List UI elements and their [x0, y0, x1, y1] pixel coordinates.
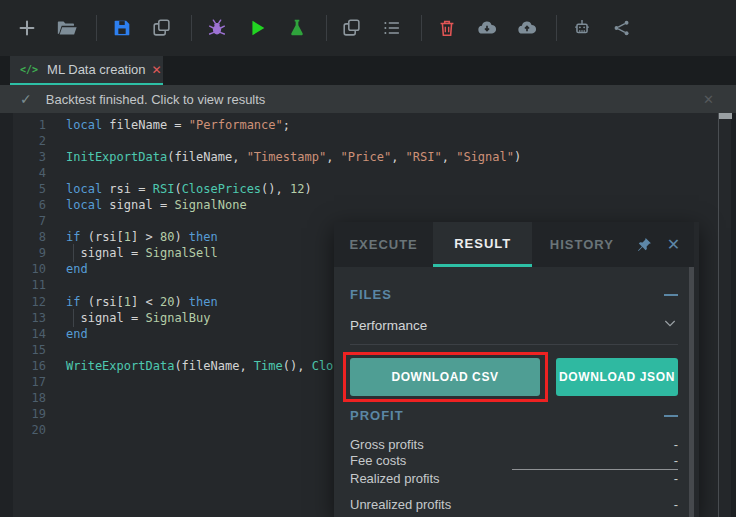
profit-section-header: PROFIT — [350, 408, 678, 423]
plus-icon — [16, 17, 38, 39]
line-number: 9 — [0, 246, 46, 260]
copy-icon — [341, 17, 363, 39]
toolbar-separator — [556, 15, 557, 41]
profit-row-value: - — [674, 471, 678, 487]
panel-tab-history[interactable]: HISTORY — [532, 222, 631, 267]
flask-icon — [286, 17, 308, 39]
code-text: local signal = SignalNone — [66, 198, 247, 212]
tab-ml-data-creation[interactable]: </> ML Data creation ✕ — [10, 56, 163, 85]
notification-bar[interactable]: ✓ Backtest finished. Click to view resul… — [0, 85, 736, 113]
code-line: 6local signal = SignalNone — [0, 197, 731, 213]
app-window: </> ML Data creation ✕ ✓ Backtest finish… — [0, 0, 736, 517]
code-text: if (rsi[1] < 20) then — [66, 295, 218, 309]
editor-scrollbar-thumb[interactable] — [719, 113, 732, 119]
debug-button[interactable] — [202, 13, 232, 43]
file-select[interactable]: Performance — [350, 315, 678, 335]
backtest-button[interactable] — [282, 13, 312, 43]
collapse-icon-files[interactable] — [664, 294, 678, 296]
duplicate-button[interactable] — [337, 13, 367, 43]
folder-open-icon — [56, 17, 78, 39]
list-icon — [381, 17, 403, 39]
save-script-button[interactable] — [107, 13, 137, 43]
line-number: 6 — [0, 198, 46, 212]
bot-button[interactable] — [567, 13, 597, 43]
panel-body: FILES Performance DOWNLOAD CSV DOWNLOAD — [334, 287, 694, 512]
play-icon — [246, 17, 268, 39]
tab-label: ML Data creation — [47, 62, 146, 77]
sum-underline — [512, 469, 678, 470]
line-number: 17 — [0, 375, 46, 389]
line-number: 3 — [0, 150, 46, 164]
panel-tab-result[interactable]: RESULT — [433, 222, 532, 267]
code-line: 4 — [0, 165, 731, 181]
download-json-button[interactable]: DOWNLOAD JSON — [556, 358, 678, 396]
line-number: 15 — [0, 343, 46, 357]
cloud-download-button[interactable] — [472, 13, 502, 43]
code-text: WriteExportData(fileName, Time(), CloseP… — [66, 359, 362, 373]
profit-row-label: Realized profits — [350, 471, 440, 487]
delete-button[interactable] — [432, 13, 462, 43]
profit-row-value: - — [674, 497, 678, 513]
code-text: signal = SignalSell — [66, 246, 218, 260]
code-text: InitExportData(fileName, "Timestamp", "P… — [66, 150, 521, 164]
share-icon — [611, 17, 633, 39]
profit-row: Gross profits- — [350, 437, 678, 453]
line-number: 1 — [0, 118, 46, 132]
code-text: local rsi = RSI(ClosePrices(), 12) — [66, 182, 312, 196]
notification-close-icon[interactable]: ✕ — [703, 92, 714, 107]
chevron-down-icon — [662, 315, 678, 335]
line-number: 7 — [0, 214, 46, 228]
cloud-upload-button[interactable] — [512, 13, 542, 43]
code-line: 1local fileName = "Performance"; — [0, 117, 731, 133]
panel-tab-bar: EXECUTERESULTHISTORY✕ — [334, 222, 694, 267]
panel-close-icon[interactable]: ✕ — [661, 222, 686, 267]
profit-row-value: - — [674, 453, 678, 469]
editor-scrollbar[interactable] — [718, 113, 732, 517]
share-button[interactable] — [607, 13, 637, 43]
bug-icon — [206, 17, 228, 39]
open-script-button[interactable] — [52, 13, 82, 43]
line-number: 20 — [0, 423, 46, 437]
check-icon: ✓ — [20, 91, 32, 107]
robot-icon — [571, 17, 593, 39]
toolbar-separator — [96, 15, 97, 41]
code-icon: </> — [20, 64, 38, 75]
collapse-icon-profit[interactable] — [664, 415, 678, 417]
tab-close-icon[interactable]: ✕ — [152, 63, 162, 77]
new-script-button[interactable] — [12, 13, 42, 43]
download-button-row: DOWNLOAD CSV DOWNLOAD JSON — [350, 358, 678, 396]
panel-tab-execute[interactable]: EXECUTE — [334, 222, 433, 267]
log-list-button[interactable] — [377, 13, 407, 43]
code-text: local fileName = "Performance"; — [66, 118, 290, 132]
files-section-header: FILES — [350, 287, 678, 302]
toolbar-separator — [191, 15, 192, 41]
results-panel-inner: EXECUTERESULTHISTORY✕ FILES Performance … — [334, 222, 694, 517]
profit-row: Unrealized profits- — [350, 497, 678, 513]
profit-section-title: PROFIT — [350, 408, 404, 423]
toolbar-separator — [421, 15, 422, 41]
line-number: 10 — [0, 262, 46, 276]
profit-rows: Gross profits-Fee costs-Realized profits… — [350, 437, 678, 512]
line-number: 16 — [0, 359, 46, 373]
copy-icon — [151, 17, 173, 39]
section-divider — [350, 344, 678, 345]
panel-scrollbar[interactable] — [689, 267, 694, 517]
results-panel: EXECUTERESULTHISTORY✕ FILES Performance … — [334, 222, 699, 517]
line-number: 5 — [0, 182, 46, 196]
line-number: 12 — [0, 295, 46, 309]
line-number: 14 — [0, 327, 46, 341]
line-number: 13 — [0, 311, 46, 325]
download-csv-button[interactable]: DOWNLOAD CSV — [350, 358, 540, 396]
cloud-down-icon — [476, 17, 498, 39]
line-number: 4 — [0, 166, 46, 180]
pin-icon[interactable] — [631, 222, 656, 267]
profit-row-label: Fee costs — [350, 453, 406, 469]
code-line: 5local rsi = RSI(ClosePrices(), 12) — [0, 181, 731, 197]
profit-row-label: Gross profits — [350, 437, 424, 453]
line-number: 8 — [0, 230, 46, 244]
run-button[interactable] — [242, 13, 272, 43]
line-number: 2 — [0, 134, 46, 148]
copy-script-button[interactable] — [147, 13, 177, 43]
toolbar — [0, 0, 736, 56]
floppy-icon — [111, 17, 133, 39]
